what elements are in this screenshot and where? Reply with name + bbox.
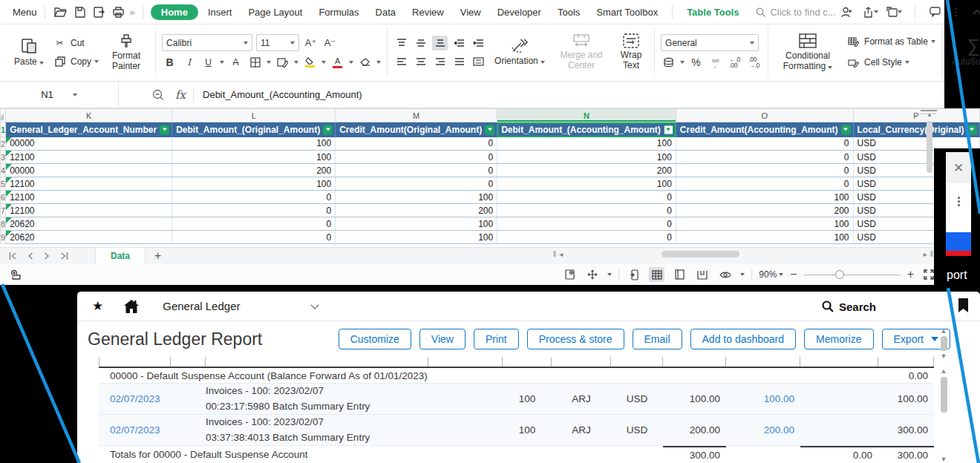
save-icon[interactable] — [72, 4, 88, 20]
share-icon[interactable] — [863, 4, 879, 20]
wrap-text-button[interactable]: Wrap Text — [614, 32, 648, 73]
increase-font-icon[interactable]: A⁺ — [303, 36, 318, 50]
scroll-up-arrow[interactable]: ▲ — [925, 111, 934, 119]
row-header[interactable]: 2 — [1, 137, 6, 151]
scroll-up-arrow[interactable]: ▲ — [941, 327, 947, 335]
cell[interactable]: 0 — [336, 151, 497, 164]
search-button[interactable]: Search — [822, 292, 876, 321]
merge-center-button[interactable]: Merge and Center — [553, 32, 610, 73]
reading-view-icon[interactable] — [717, 266, 734, 283]
cell[interactable]: 0 — [497, 191, 676, 204]
cell[interactable]: 20620 — [6, 231, 172, 244]
selection-pane-icon[interactable] — [561, 266, 578, 283]
kebab-menu-icon[interactable] — [946, 197, 971, 206]
kebab-menu-icon[interactable]: ⋮ — [951, 6, 961, 18]
cell[interactable]: 100 — [172, 151, 336, 164]
menu-label[interactable]: Menu — [13, 7, 37, 18]
align-bottom-icon[interactable] — [432, 36, 448, 50]
row-header[interactable]: 3 — [1, 151, 6, 164]
cell[interactable]: 0 — [676, 137, 853, 151]
underline-button[interactable]: U — [200, 55, 216, 70]
column-header-O[interactable]: O — [676, 109, 853, 122]
favorite-star-icon[interactable]: ★ — [92, 298, 103, 314]
tab-insert[interactable]: Insert — [201, 4, 239, 21]
tab-view[interactable]: View — [454, 4, 488, 21]
scroll-thumb[interactable] — [927, 121, 932, 173]
paste-button[interactable]: Paste — [10, 36, 48, 69]
cell[interactable]: 12100 — [6, 204, 172, 217]
row-header[interactable]: 7 — [1, 204, 6, 217]
move-tool-icon[interactable] — [584, 266, 601, 283]
cell[interactable]: 100 — [336, 191, 497, 204]
row-header-1[interactable]: 1 — [1, 122, 6, 137]
add-to-dashboard-button[interactable]: Add to dashboard — [690, 329, 797, 349]
header-cell[interactable]: General_Ledger_Account_Number — [6, 122, 172, 137]
align-left-icon[interactable] — [393, 54, 409, 69]
row-header[interactable]: 6 — [1, 191, 6, 204]
cell[interactable]: 100 — [172, 137, 336, 151]
copy-button[interactable]: Copy — [52, 54, 99, 69]
cell[interactable]: 0 — [497, 217, 676, 231]
strikethrough-button[interactable]: A — [228, 55, 244, 70]
tab-data[interactable]: Data — [369, 4, 402, 21]
customize-button[interactable]: Customize — [339, 329, 411, 349]
cell-style-button[interactable]: Cell Style — [846, 55, 935, 70]
scroll-down-arrow[interactable]: ▼ — [941, 456, 947, 463]
decrease-decimal-icon[interactable]: .00→.0 — [746, 55, 762, 70]
row-header[interactable]: 5 — [1, 177, 6, 191]
zoom-slider[interactable] — [804, 275, 901, 275]
cell[interactable]: 100 — [497, 137, 676, 151]
next-sheet-icon[interactable] — [44, 252, 50, 260]
format-painter-button[interactable]: Format Painter — [103, 31, 149, 73]
cell[interactable]: 0 — [497, 204, 676, 217]
scroll-left-arrow[interactable]: ◂ — [559, 251, 563, 258]
cell[interactable]: 0 — [172, 204, 336, 217]
mobile-view-icon[interactable] — [626, 266, 642, 283]
decrease-indent-icon[interactable] — [451, 36, 467, 50]
distributed-icon[interactable] — [471, 54, 486, 69]
transaction-date-link[interactable]: 02/07/2023 — [99, 424, 171, 436]
cell[interactable]: 200 — [497, 164, 676, 177]
formula-content[interactable]: Debit_Amount_(Accounting_Amount) — [203, 89, 362, 100]
report-scrollbar-lower[interactable]: ▲ ▼ — [938, 367, 949, 463]
cell[interactable]: 100 — [676, 231, 853, 244]
align-middle-icon[interactable] — [413, 36, 428, 50]
memorize-button[interactable]: Memorize — [804, 329, 873, 349]
print-icon[interactable] — [111, 4, 127, 20]
zoom-formula-icon[interactable] — [150, 87, 166, 103]
cell[interactable]: 100 — [336, 231, 497, 244]
align-right-icon[interactable] — [432, 54, 448, 69]
tab-page-layout[interactable]: Page Layout — [241, 4, 309, 21]
cell[interactable]: 00000 — [6, 137, 172, 151]
home-icon[interactable] — [124, 300, 139, 313]
autosum-button[interactable]: ∑ AutoSum — [948, 36, 980, 69]
header-cell[interactable]: Credit_Amount(Accounting_Amount) — [676, 122, 853, 137]
vertical-scrollbar[interactable]: ▲ — [925, 111, 934, 245]
decrease-font-icon[interactable]: A⁻ — [322, 36, 338, 50]
tab-home[interactable]: Home — [151, 4, 198, 20]
comma-style-icon[interactable]: ₀₀₀， — [708, 55, 723, 70]
cell-shading-button[interactable] — [275, 55, 290, 70]
increase-indent-icon[interactable] — [471, 36, 486, 50]
cell[interactable]: 100 — [172, 177, 336, 191]
collapse-ribbon-icon[interactable] — [969, 4, 980, 20]
cell[interactable]: 12100 — [6, 191, 172, 204]
cell[interactable]: 200 — [172, 164, 336, 177]
tab-tools[interactable]: Tools — [551, 4, 587, 21]
scroll-thumb[interactable] — [941, 336, 947, 351]
cell[interactable]: 100 — [336, 217, 497, 231]
header-cell[interactable]: Debit_Amount_(Original_Amount) — [172, 122, 336, 137]
tab-developer[interactable]: Developer — [491, 4, 548, 21]
orientation-button[interactable]: Orientation — [491, 36, 549, 68]
cell[interactable]: 00000 — [6, 164, 172, 177]
filter-dropdown-icon[interactable] — [841, 125, 851, 134]
horizontal-scrollbar[interactable]: ‖ ◂ ▸ ‖ — [553, 249, 933, 259]
tab-review[interactable]: Review — [405, 4, 451, 21]
cell[interactable]: 12100 — [6, 151, 172, 164]
column-header-N[interactable]: N — [497, 109, 676, 122]
close-icon[interactable]: ✕ — [946, 152, 971, 183]
cell[interactable]: 0 — [172, 231, 336, 244]
align-top-icon[interactable] — [393, 36, 409, 50]
open-file-icon[interactable] — [53, 4, 69, 20]
first-sheet-icon[interactable] — [9, 252, 17, 260]
